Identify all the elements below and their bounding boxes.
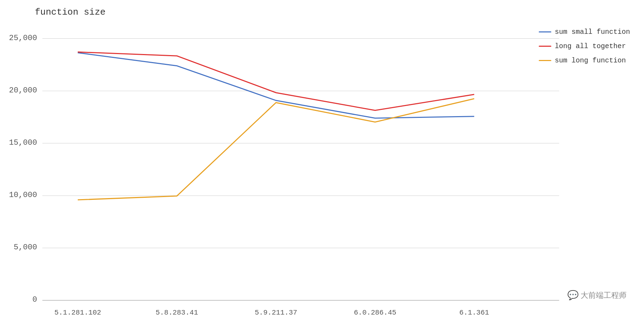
svg-text:5,000: 5,000 bbox=[14, 243, 37, 252]
watermark-icon: 💬 bbox=[567, 290, 578, 301]
legend-color-sum-small-function bbox=[539, 31, 551, 32]
svg-text:10,000: 10,000 bbox=[9, 190, 37, 199]
legend: sum small function long all together sum… bbox=[539, 28, 630, 65]
chart-title: function size bbox=[35, 7, 637, 17]
legend-item-long-all-together: long all together bbox=[539, 42, 630, 50]
legend-item-sum-long-function: sum long function bbox=[539, 56, 630, 65]
svg-text:6.0.286.45: 6.0.286.45 bbox=[354, 309, 396, 317]
svg-text:6.1.361: 6.1.361 bbox=[459, 309, 489, 317]
svg-text:15,000: 15,000 bbox=[9, 138, 37, 147]
legend-label-sum-long-function: sum long function bbox=[555, 56, 626, 65]
legend-label-sum-small-function: sum small function bbox=[555, 28, 630, 36]
chart-area: 25,000 20,000 15,000 10,000 5,000 0 5.1.… bbox=[7, 24, 637, 322]
legend-label-long-all-together: long all together bbox=[555, 42, 626, 50]
line-sum-small-function bbox=[78, 53, 474, 118]
legend-color-sum-long-function bbox=[539, 60, 551, 61]
svg-text:5.9.211.37: 5.9.211.37 bbox=[255, 309, 297, 317]
svg-text:0: 0 bbox=[32, 295, 37, 304]
legend-color-long-all-together bbox=[539, 46, 551, 47]
line-sum-long-function bbox=[78, 99, 474, 200]
svg-text:5.8.283.41: 5.8.283.41 bbox=[156, 309, 198, 317]
main-chart-svg: 25,000 20,000 15,000 10,000 5,000 0 5.1.… bbox=[7, 24, 637, 322]
svg-text:25,000: 25,000 bbox=[9, 33, 37, 43]
legend-item-sum-small-function: sum small function bbox=[539, 28, 630, 36]
svg-text:5.1.281.102: 5.1.281.102 bbox=[54, 309, 101, 317]
watermark-text: 大前端工程师 bbox=[581, 290, 627, 301]
svg-text:20,000: 20,000 bbox=[9, 86, 37, 95]
chart-container: function size 25,000 20,000 15,000 10,00… bbox=[7, 7, 637, 325]
watermark: 💬 大前端工程师 bbox=[567, 290, 627, 301]
